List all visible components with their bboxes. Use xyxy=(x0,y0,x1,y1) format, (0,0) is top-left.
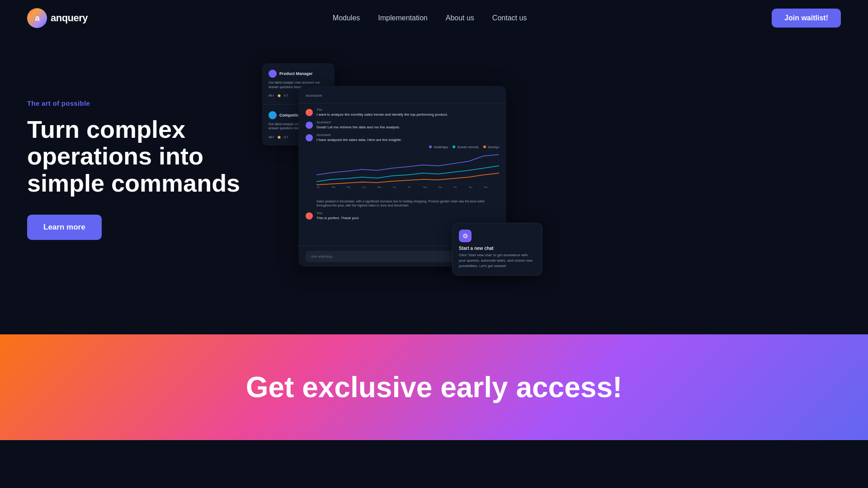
learn-more-button[interactable]: Learn more xyxy=(27,215,102,240)
navbar: a anquery Modules Implementation About u… xyxy=(0,0,868,36)
assistant-avatar-2 xyxy=(306,134,313,141)
legend-screen-records: Screen records xyxy=(453,145,478,149)
sales-chart: Jan Feb Mar Apr May Jun Jul Aug Sep Oc xyxy=(316,152,499,197)
chart-summary: Sales peaked in December, with a signifi… xyxy=(316,199,499,208)
logo-text: anquery xyxy=(51,12,88,24)
card2-avatar xyxy=(269,111,277,119)
svg-text:Apr: Apr xyxy=(362,186,366,188)
svg-text:Dec: Dec xyxy=(484,186,488,188)
nav-implementation[interactable]: Implementation xyxy=(378,14,427,22)
user-msg-1-text: I want to analyze the monthly sales tren… xyxy=(316,112,499,117)
svg-text:Sep: Sep xyxy=(438,186,442,188)
logo-link[interactable]: a anquery xyxy=(27,8,88,28)
logo-icon: a xyxy=(27,8,47,28)
svg-text:Oct: Oct xyxy=(453,186,457,188)
chat-user-msg-1: You I want to analyze the monthly sales … xyxy=(306,108,499,117)
svg-text:Nov: Nov xyxy=(469,186,473,188)
svg-text:Aug: Aug xyxy=(423,186,427,188)
card1-avatar xyxy=(269,70,277,78)
legend-surveys: Surveys xyxy=(483,145,499,149)
assistant-msg-2-text: I have analyzed the sales data. Here are… xyxy=(316,137,499,142)
tooltip-desc: Click 'Start new chat' to get assistance… xyxy=(459,253,536,269)
card1-rating: 4.7 xyxy=(284,94,288,98)
card1-downloads: 4K+ xyxy=(269,94,274,98)
hero-section: The art of possible Turn complex operati… xyxy=(0,36,868,307)
svg-text:Mar: Mar xyxy=(347,186,351,188)
svg-text:May: May xyxy=(377,186,382,188)
chat-user-msg-2: You This is perfect. Thank you! xyxy=(306,211,499,221)
cta-title: Get exclusive early access! xyxy=(246,371,623,404)
tooltip-title: Start a new chat xyxy=(459,246,536,251)
tooltip-card: ⚙ Start a new chat Click 'Start new chat… xyxy=(452,223,542,276)
user-avatar-2 xyxy=(306,212,313,220)
legend-heatmaps: Heatmaps xyxy=(429,145,448,149)
svg-text:Jul: Jul xyxy=(408,186,410,188)
chat-header: Assistant xyxy=(298,86,506,103)
nav-contact[interactable]: Contact us xyxy=(492,14,527,22)
tooltip-icon: ⚙ xyxy=(459,230,472,242)
svg-text:Jan: Jan xyxy=(316,186,320,188)
svg-text:Jun: Jun xyxy=(392,186,396,188)
nav-links: Modules Implementation About us Contact … xyxy=(333,14,527,22)
chat-assistant-msg-2: Assistant I have analyzed the sales data… xyxy=(306,133,499,208)
card2-downloads: 4K+ xyxy=(269,136,274,139)
svg-text:Feb: Feb xyxy=(332,186,336,188)
user-avatar-1 xyxy=(306,109,313,116)
assistant-msg-1-text: Great! Let me retrieve the data and run … xyxy=(316,125,499,130)
nav-modules[interactable]: Modules xyxy=(333,14,360,22)
join-waitlist-button[interactable]: Join waitlist! xyxy=(772,9,841,28)
assistant-avatar-1 xyxy=(306,122,313,129)
nav-about[interactable]: About us xyxy=(446,14,474,22)
card2-rating: 4.7 xyxy=(284,136,288,139)
card1-title: Product Manager xyxy=(279,71,313,76)
hero-mockup: Product Manager Our latest analytic chat… xyxy=(262,63,841,289)
chat-assistant-msg-1: Assistant Great! Let me retrieve the dat… xyxy=(306,121,499,130)
user-msg-2-text: This is perfect. Thank you! xyxy=(316,216,499,221)
hero-title: Turn complex operations into simple comm… xyxy=(27,116,244,197)
hero-tagline: The art of possible xyxy=(27,99,244,107)
cta-section: Get exclusive early access! xyxy=(0,334,868,440)
hero-copy: The art of possible Turn complex operati… xyxy=(27,63,244,240)
